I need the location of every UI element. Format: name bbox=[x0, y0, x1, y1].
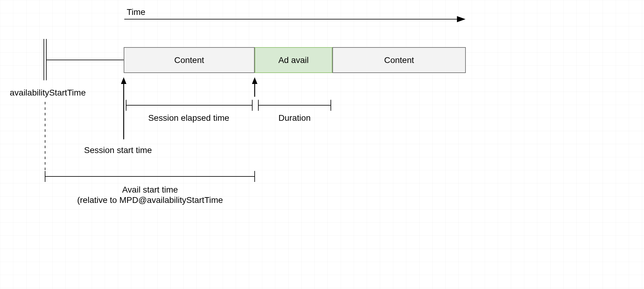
session-start-time-label: Session start time bbox=[84, 145, 152, 155]
ad-avail-block-label: Ad avail bbox=[278, 55, 309, 65]
content-block-2: Content bbox=[332, 47, 466, 73]
diagram-canvas: Time Content Ad avail Content availabili… bbox=[0, 0, 644, 289]
availability-start-time-label: availabilityStartTime bbox=[10, 88, 86, 98]
content-block-1: Content bbox=[124, 47, 255, 73]
content-block-1-label: Content bbox=[174, 55, 204, 65]
session-elapsed-time-label: Session elapsed time bbox=[125, 113, 253, 123]
ad-avail-block: Ad avail bbox=[255, 47, 332, 73]
avail-start-time-label-line1: Avail start time bbox=[46, 185, 254, 195]
avail-start-time-label-line2: (relative to MPD@availabilityStartTime bbox=[46, 195, 254, 205]
duration-label: Duration bbox=[258, 113, 331, 123]
grid-background bbox=[0, 0, 644, 289]
content-block-2-label: Content bbox=[384, 55, 414, 65]
time-axis-label: Time bbox=[127, 7, 145, 17]
